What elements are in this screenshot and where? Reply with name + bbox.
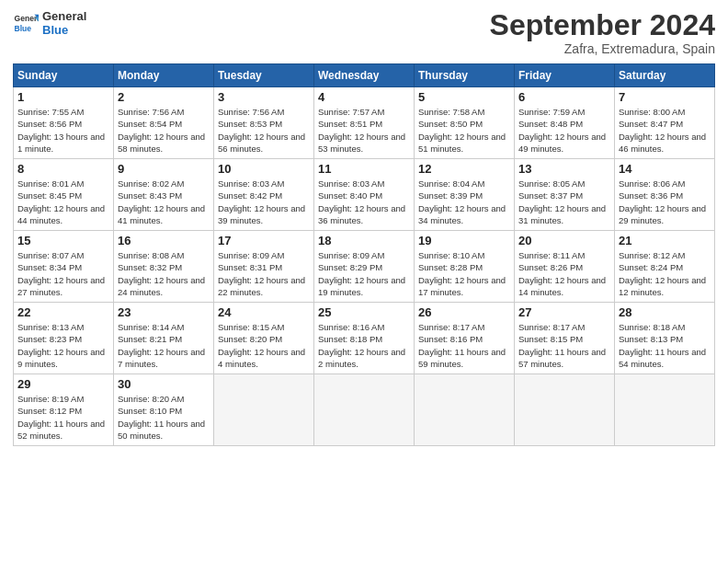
calendar-cell: 2 Sunrise: 7:56 AM Sunset: 8:54 PM Dayli…: [114, 87, 214, 159]
svg-text:Blue: Blue: [15, 24, 32, 33]
day-info: Sunrise: 8:13 AM Sunset: 8:23 PM Dayligh…: [17, 321, 109, 370]
calendar-cell: 6 Sunrise: 7:59 AM Sunset: 8:48 PM Dayli…: [515, 87, 615, 159]
calendar-cell: [615, 374, 715, 446]
day-number: 23: [118, 305, 210, 319]
day-info: Sunrise: 8:05 AM Sunset: 8:37 PM Dayligh…: [518, 178, 610, 226]
day-info: Sunrise: 8:06 AM Sunset: 8:36 PM Dayligh…: [619, 178, 711, 226]
table-row: 22 Sunrise: 8:13 AM Sunset: 8:23 PM Dayl…: [14, 303, 715, 374]
calendar-cell: 13 Sunrise: 8:05 AM Sunset: 8:37 PM Dayl…: [515, 159, 615, 231]
day-number: 6: [518, 90, 610, 104]
day-info: Sunrise: 8:18 AM Sunset: 8:13 PM Dayligh…: [619, 321, 711, 370]
day-info: Sunrise: 8:09 AM Sunset: 8:31 PM Dayligh…: [218, 249, 310, 298]
calendar-cell: 19 Sunrise: 8:10 AM Sunset: 8:28 PM Dayl…: [415, 231, 515, 303]
day-info: Sunrise: 7:55 AM Sunset: 8:56 PM Dayligh…: [17, 106, 109, 155]
calendar-cell: 14 Sunrise: 8:06 AM Sunset: 8:36 PM Dayl…: [615, 159, 715, 231]
calendar-body: 1 Sunrise: 7:55 AM Sunset: 8:56 PM Dayli…: [14, 87, 715, 446]
day-info: Sunrise: 8:02 AM Sunset: 8:43 PM Dayligh…: [118, 178, 210, 226]
day-number: 3: [218, 90, 310, 104]
calendar-cell: 17 Sunrise: 8:09 AM Sunset: 8:31 PM Dayl…: [214, 231, 314, 303]
day-info: Sunrise: 7:57 AM Sunset: 8:51 PM Dayligh…: [318, 106, 410, 155]
calendar-cell: 11 Sunrise: 8:03 AM Sunset: 8:40 PM Dayl…: [314, 159, 415, 231]
calendar-cell: 4 Sunrise: 7:57 AM Sunset: 8:51 PM Dayli…: [314, 87, 415, 159]
day-number: 9: [118, 162, 210, 176]
page-container: General Blue General Blue September 2024…: [0, 0, 728, 455]
day-number: 7: [619, 90, 711, 104]
day-info: Sunrise: 8:17 AM Sunset: 8:15 PM Dayligh…: [518, 321, 610, 370]
col-sunday: Sunday: [14, 64, 114, 87]
calendar-cell: 20 Sunrise: 8:11 AM Sunset: 8:26 PM Dayl…: [515, 231, 615, 303]
calendar-table: Sunday Monday Tuesday Wednesday Thursday…: [13, 63, 715, 446]
logo-general-text: General: [42, 9, 86, 23]
day-info: Sunrise: 7:56 AM Sunset: 8:53 PM Dayligh…: [218, 106, 310, 155]
day-info: Sunrise: 8:00 AM Sunset: 8:47 PM Dayligh…: [619, 106, 711, 155]
day-number: 30: [118, 377, 210, 391]
day-number: 22: [17, 305, 109, 319]
calendar-cell: 26 Sunrise: 8:17 AM Sunset: 8:16 PM Dayl…: [415, 303, 515, 374]
day-info: Sunrise: 8:19 AM Sunset: 8:12 PM Dayligh…: [17, 393, 109, 442]
day-info: Sunrise: 8:16 AM Sunset: 8:18 PM Dayligh…: [318, 321, 410, 370]
day-info: Sunrise: 8:10 AM Sunset: 8:28 PM Dayligh…: [418, 249, 510, 298]
logo-blue-text: Blue: [42, 23, 86, 37]
day-number: 26: [418, 305, 510, 319]
day-info: Sunrise: 8:11 AM Sunset: 8:26 PM Dayligh…: [518, 249, 610, 298]
day-number: 5: [418, 90, 510, 104]
calendar-cell: [515, 374, 615, 446]
day-number: 21: [619, 234, 711, 247]
day-info: Sunrise: 8:20 AM Sunset: 8:10 PM Dayligh…: [118, 393, 210, 442]
day-number: 12: [418, 162, 510, 176]
calendar-cell: 1 Sunrise: 7:55 AM Sunset: 8:56 PM Dayli…: [14, 87, 114, 159]
header: General Blue General Blue September 2024…: [13, 9, 715, 56]
col-monday: Monday: [114, 64, 214, 87]
day-number: 15: [17, 234, 109, 247]
calendar-cell: 28 Sunrise: 8:18 AM Sunset: 8:13 PM Dayl…: [615, 303, 715, 374]
day-info: Sunrise: 8:03 AM Sunset: 8:40 PM Dayligh…: [318, 178, 410, 226]
day-info: Sunrise: 8:17 AM Sunset: 8:16 PM Dayligh…: [418, 321, 510, 370]
calendar-cell: 10 Sunrise: 8:03 AM Sunset: 8:42 PM Dayl…: [214, 159, 314, 231]
logo: General Blue General Blue: [13, 9, 86, 37]
col-saturday: Saturday: [615, 64, 715, 87]
calendar-cell: 5 Sunrise: 7:58 AM Sunset: 8:50 PM Dayli…: [415, 87, 515, 159]
calendar-cell: 29 Sunrise: 8:19 AM Sunset: 8:12 PM Dayl…: [14, 374, 114, 446]
day-number: 29: [17, 377, 109, 391]
col-wednesday: Wednesday: [314, 64, 415, 87]
title-block: September 2024 Zafra, Extremadura, Spain: [490, 9, 715, 56]
day-info: Sunrise: 8:04 AM Sunset: 8:39 PM Dayligh…: [418, 178, 510, 226]
logo-icon: General Blue: [13, 10, 39, 36]
calendar-cell: [415, 374, 515, 446]
location-subtitle: Zafra, Extremadura, Spain: [490, 41, 715, 56]
col-tuesday: Tuesday: [214, 64, 314, 87]
calendar-cell: 22 Sunrise: 8:13 AM Sunset: 8:23 PM Dayl…: [14, 303, 114, 374]
day-number: 25: [318, 305, 410, 319]
day-info: Sunrise: 8:01 AM Sunset: 8:45 PM Dayligh…: [17, 178, 109, 226]
calendar-cell: 15 Sunrise: 8:07 AM Sunset: 8:34 PM Dayl…: [14, 231, 114, 303]
day-number: 14: [619, 162, 711, 176]
day-number: 13: [518, 162, 610, 176]
calendar-cell: 21 Sunrise: 8:12 AM Sunset: 8:24 PM Dayl…: [615, 231, 715, 303]
calendar-cell: 3 Sunrise: 7:56 AM Sunset: 8:53 PM Dayli…: [214, 87, 314, 159]
table-row: 1 Sunrise: 7:55 AM Sunset: 8:56 PM Dayli…: [14, 87, 715, 159]
col-friday: Friday: [515, 64, 615, 87]
svg-text:General: General: [15, 14, 39, 23]
calendar-cell: 18 Sunrise: 8:09 AM Sunset: 8:29 PM Dayl…: [314, 231, 415, 303]
day-info: Sunrise: 8:07 AM Sunset: 8:34 PM Dayligh…: [17, 249, 109, 298]
day-info: Sunrise: 8:15 AM Sunset: 8:20 PM Dayligh…: [218, 321, 310, 370]
calendar-cell: 24 Sunrise: 8:15 AM Sunset: 8:20 PM Dayl…: [214, 303, 314, 374]
calendar-cell: 12 Sunrise: 8:04 AM Sunset: 8:39 PM Dayl…: [415, 159, 515, 231]
day-number: 4: [318, 90, 410, 104]
calendar-header-row: Sunday Monday Tuesday Wednesday Thursday…: [14, 64, 715, 87]
table-row: 15 Sunrise: 8:07 AM Sunset: 8:34 PM Dayl…: [14, 231, 715, 303]
day-number: 10: [218, 162, 310, 176]
calendar-cell: [314, 374, 415, 446]
calendar-cell: 27 Sunrise: 8:17 AM Sunset: 8:15 PM Dayl…: [515, 303, 615, 374]
day-number: 18: [318, 234, 410, 247]
col-thursday: Thursday: [415, 64, 515, 87]
day-info: Sunrise: 8:03 AM Sunset: 8:42 PM Dayligh…: [218, 178, 310, 226]
table-row: 8 Sunrise: 8:01 AM Sunset: 8:45 PM Dayli…: [14, 159, 715, 231]
day-info: Sunrise: 8:14 AM Sunset: 8:21 PM Dayligh…: [118, 321, 210, 370]
day-number: 19: [418, 234, 510, 247]
day-info: Sunrise: 7:58 AM Sunset: 8:50 PM Dayligh…: [418, 106, 510, 155]
day-number: 20: [518, 234, 610, 247]
day-number: 17: [218, 234, 310, 247]
day-number: 16: [118, 234, 210, 247]
calendar-cell: 9 Sunrise: 8:02 AM Sunset: 8:43 PM Dayli…: [114, 159, 214, 231]
